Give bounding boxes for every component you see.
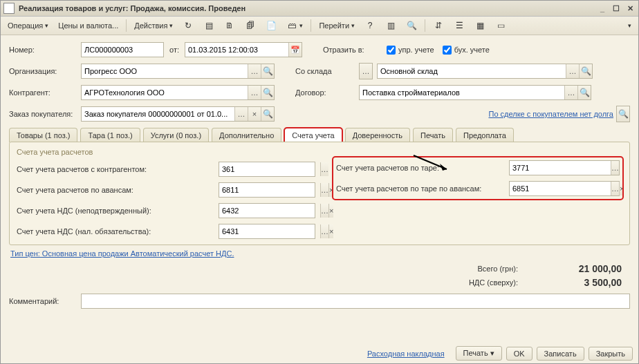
tab-print[interactable]: Печать bbox=[413, 128, 453, 142]
vat-value: 3 500,00 bbox=[546, 277, 622, 288]
acc-tare-adv-input[interactable] bbox=[510, 182, 611, 195]
contract-open[interactable]: 🔍 bbox=[577, 86, 591, 99]
tab-extra[interactable]: Дополнительно bbox=[212, 128, 281, 142]
number-field[interactable] bbox=[81, 42, 164, 57]
tab-proxy[interactable]: Доверенность bbox=[345, 128, 410, 142]
acc-contragent-pick[interactable]: … bbox=[320, 162, 328, 176]
contragent-input[interactable] bbox=[82, 86, 248, 99]
tare-accounts-highlight: Счет учета расчетов по таре: … Счет учет… bbox=[335, 159, 621, 198]
tab-accounts[interactable]: Счета учета bbox=[284, 128, 342, 142]
tab-strip: Товары (1 поз.) Тара (1 поз.) Услуги (0 … bbox=[9, 128, 630, 142]
toolbar-icon-10[interactable]: ☰ bbox=[450, 18, 469, 33]
org-input[interactable] bbox=[82, 64, 248, 78]
acc-tare-adv-field[interactable]: … × bbox=[509, 181, 620, 196]
window-title: Реализация товаров и услуг: Продажа, ком… bbox=[19, 4, 246, 12]
acc-tare-input[interactable] bbox=[510, 161, 611, 175]
actions-menu[interactable]: Действия▾ bbox=[130, 19, 177, 32]
toolbar-icon-9[interactable]: ⇵ bbox=[429, 18, 448, 33]
debt-link[interactable]: По сделке с покупателем нет долга bbox=[488, 110, 613, 118]
contract-input[interactable] bbox=[360, 86, 564, 99]
acc-advance-input[interactable] bbox=[219, 183, 320, 197]
contragent-pick[interactable]: … bbox=[248, 86, 261, 99]
acc-vat-unconf-clear[interactable]: × bbox=[328, 204, 333, 218]
maximize-button[interactable]: ☐ bbox=[611, 3, 622, 13]
order-pick[interactable]: … bbox=[234, 107, 248, 121]
org-open[interactable]: 🔍 bbox=[261, 64, 274, 78]
acc-tare-pick[interactable]: … bbox=[611, 161, 619, 175]
acc-advance-pick[interactable]: … bbox=[320, 183, 328, 197]
acc-contragent-input[interactable] bbox=[219, 162, 320, 176]
warehouse-input[interactable] bbox=[378, 64, 566, 78]
calendar-icon[interactable]: 📅 bbox=[288, 43, 302, 57]
invoice-link[interactable]: Расходная накладная bbox=[367, 349, 445, 358]
print-button[interactable]: Печать ▾ bbox=[456, 346, 502, 361]
debt-open[interactable]: 🔍 bbox=[616, 106, 630, 122]
toolbar-icon-help[interactable]: ? bbox=[360, 18, 380, 33]
sheet-icon: ▤ bbox=[203, 20, 214, 31]
toolbar-icon-6[interactable]: 🗃▾ bbox=[282, 18, 307, 33]
minimize-button[interactable]: _ bbox=[597, 3, 608, 13]
order-input[interactable] bbox=[82, 107, 234, 121]
toolbar-icon-12[interactable]: ▭ bbox=[491, 18, 510, 33]
warehouse-open[interactable]: 🔍 bbox=[579, 64, 592, 78]
date-input[interactable] bbox=[185, 43, 288, 57]
contragent-open[interactable]: 🔍 bbox=[261, 86, 274, 99]
toolbar-icon-3[interactable]: 🗎 bbox=[220, 18, 239, 33]
prices-button[interactable]: Цены и валюта... bbox=[54, 19, 122, 32]
tree-icon: ⇵ bbox=[433, 20, 444, 31]
acc-tare-field[interactable]: … bbox=[509, 160, 620, 175]
acc-vat-obl-field[interactable]: … × bbox=[219, 224, 315, 239]
warehouse-field[interactable]: … 🔍 bbox=[377, 64, 593, 79]
contract-field[interactable]: … 🔍 bbox=[359, 85, 591, 100]
comment-input[interactable] bbox=[82, 294, 629, 308]
toolbar-icon-2[interactable]: ▤ bbox=[199, 18, 219, 33]
price-type-tip[interactable]: Тип цен: Основная цена продажи Автоматич… bbox=[10, 249, 630, 258]
tab-goods[interactable]: Товары (1 поз.) bbox=[9, 128, 77, 142]
org-pick[interactable]: … bbox=[248, 64, 261, 78]
toolbar-icon-4[interactable]: 🗐 bbox=[241, 18, 260, 33]
close-button[interactable]: Закрыть bbox=[589, 347, 633, 361]
order-field[interactable]: … × 🔍 bbox=[81, 106, 275, 122]
comment-field[interactable] bbox=[81, 294, 630, 309]
acc-vat-unconf-field[interactable]: … × bbox=[219, 203, 315, 218]
toolbar-icon-5[interactable]: 📄 bbox=[261, 18, 281, 33]
acc-contragent-field[interactable]: … bbox=[219, 162, 315, 177]
acc-advance-label: Счет учета расчетов по авансам: bbox=[17, 186, 219, 194]
acc-advance-clear[interactable]: × bbox=[328, 183, 333, 197]
goto-menu[interactable]: Перейти▾ bbox=[315, 19, 359, 32]
toolbar-icon-1[interactable]: ↻ bbox=[178, 18, 198, 33]
acc-tare-adv-clear[interactable]: × bbox=[619, 182, 624, 195]
org-field[interactable]: … 🔍 bbox=[81, 64, 275, 79]
close-window-button[interactable]: ✕ bbox=[624, 3, 636, 13]
doc-add-icon: 🗎 bbox=[224, 20, 235, 31]
warehouse-pick[interactable]: … bbox=[566, 64, 579, 78]
toolbar-icon-8[interactable]: 🔍 bbox=[402, 18, 421, 33]
acc-vat-obl-pick[interactable]: … bbox=[320, 224, 328, 238]
contragent-field[interactable]: … 🔍 bbox=[81, 85, 275, 100]
toolbar-overflow[interactable]: ▾ bbox=[622, 20, 636, 31]
list-icon: ☰ bbox=[454, 20, 465, 31]
order-open[interactable]: 🔍 bbox=[261, 107, 274, 121]
tab-tare[interactable]: Тара (1 поз.) bbox=[80, 128, 140, 142]
acc-vat-obl-input[interactable] bbox=[219, 224, 320, 238]
mgmt-check[interactable]: упр. учете bbox=[387, 46, 434, 55]
acc-advance-field[interactable]: … × bbox=[219, 182, 315, 198]
number-input[interactable] bbox=[82, 43, 183, 57]
toolbar-icon-7[interactable]: ▥ bbox=[381, 18, 400, 33]
toolbar-icon-11[interactable]: ▦ bbox=[470, 18, 490, 33]
tab-services[interactable]: Услуги (0 поз.) bbox=[143, 128, 209, 142]
acc-vat-unconf-pick[interactable]: … bbox=[320, 204, 328, 218]
save-button[interactable]: Записать bbox=[537, 347, 584, 361]
date-field[interactable]: 📅 bbox=[185, 42, 302, 57]
acct-check[interactable]: бух. учете bbox=[443, 46, 490, 55]
contract-pick[interactable]: … bbox=[564, 86, 577, 99]
operation-menu[interactable]: Операция▾ bbox=[3, 19, 53, 32]
acc-vat-unconf-input[interactable] bbox=[219, 204, 320, 218]
warehouse-type-btn[interactable]: … bbox=[359, 63, 373, 79]
acc-tare-adv-pick[interactable]: … bbox=[611, 182, 619, 195]
acc-vat-obl-clear[interactable]: × bbox=[328, 224, 333, 238]
tab-prepay[interactable]: Предоплата bbox=[456, 128, 514, 142]
order-clear[interactable]: × bbox=[248, 107, 261, 121]
help-icon: ? bbox=[364, 20, 376, 31]
ok-button[interactable]: OK bbox=[506, 347, 532, 361]
